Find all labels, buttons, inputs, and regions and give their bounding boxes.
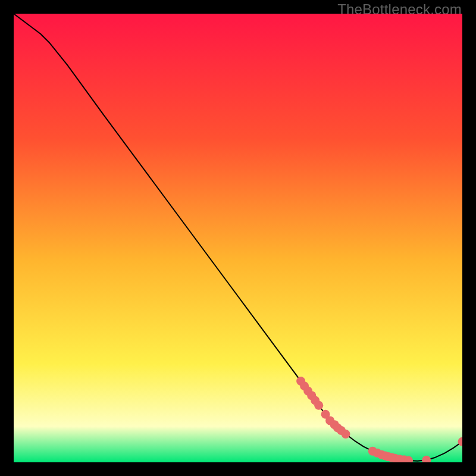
- gradient-background: [14, 14, 462, 462]
- chart-frame: TheBottleneck.com: [0, 0, 476, 476]
- data-marker: [341, 430, 350, 439]
- data-marker: [314, 401, 323, 410]
- plot-area: [14, 14, 462, 462]
- chart-svg: [14, 14, 462, 462]
